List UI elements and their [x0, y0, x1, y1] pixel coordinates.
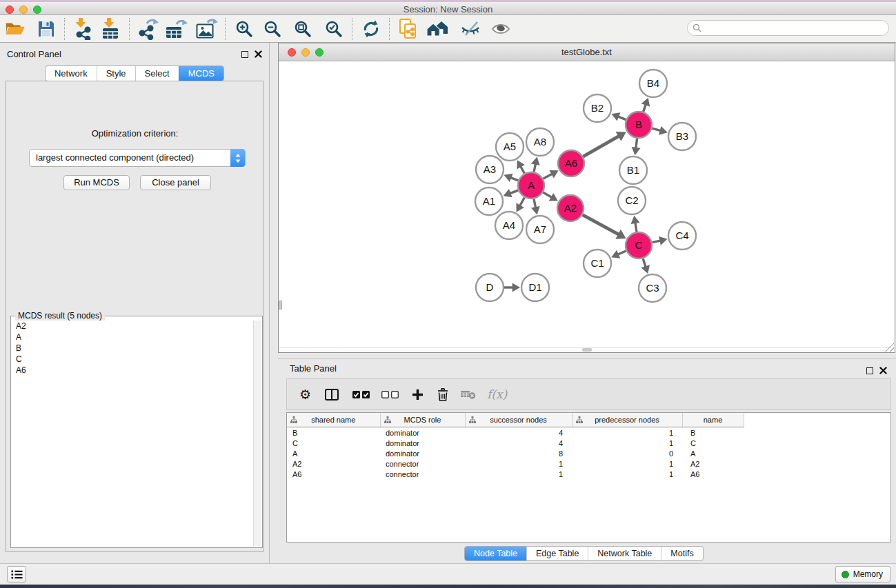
graph-edge-B-B3[interactable]: [652, 128, 661, 131]
graph-edge-A-A4[interactable]: [519, 198, 524, 207]
close-panel-icon[interactable]: [255, 50, 262, 58]
ndex-home-icon[interactable]: [425, 18, 452, 40]
tab-network[interactable]: Network: [46, 66, 97, 81]
close-panel-icon[interactable]: [879, 367, 887, 374]
table-cell[interactable]: connector: [380, 458, 465, 469]
mcds-result-item[interactable]: B: [12, 343, 253, 354]
table-cell[interactable]: 8: [465, 448, 572, 458]
table-cell[interactable]: 4: [465, 427, 572, 438]
tab-mcds[interactable]: MCDS: [179, 66, 223, 81]
graph-edge-A6-B[interactable]: [583, 136, 619, 156]
table-cell[interactable]: dominator: [380, 448, 465, 458]
table-row[interactable]: Bdominator41B: [287, 427, 891, 438]
table-cell[interactable]: A6: [682, 469, 744, 479]
tab-edge-table[interactable]: Edge Table: [526, 547, 588, 560]
export-network-icon[interactable]: [137, 18, 159, 40]
table-cell[interactable]: 4: [465, 438, 572, 448]
delete-column-icon[interactable]: [437, 388, 449, 401]
vertical-scrollbar[interactable]: [279, 301, 282, 310]
table-row[interactable]: A2connector11A2: [287, 458, 891, 469]
criterion-select[interactable]: largest connected component (directed): [29, 149, 246, 167]
apply-layout-icon[interactable]: [360, 18, 382, 40]
mcds-result-item[interactable]: A: [12, 332, 253, 343]
run-mcds-button[interactable]: Run MCDS: [63, 175, 130, 190]
graph-edge-A-A7[interactable]: [534, 199, 536, 209]
hide-graphics-details-icon[interactable]: [459, 18, 481, 40]
network-window-titlebar[interactable]: testGlobe.txt: [279, 43, 895, 61]
column-header-predecessor-nodes[interactable]: predecessor nodes: [572, 413, 682, 427]
table-cell[interactable]: 1: [572, 427, 682, 438]
import-network-icon[interactable]: [72, 18, 94, 40]
add-column-icon[interactable]: [412, 389, 424, 401]
column-header-name[interactable]: name: [682, 413, 744, 427]
horizontal-scrollbar[interactable]: [582, 348, 592, 352]
zoom-in-icon[interactable]: [233, 18, 255, 40]
table-cell[interactable]: dominator: [380, 438, 465, 448]
float-panel-icon[interactable]: [241, 51, 248, 58]
mcds-result-item[interactable]: A6: [12, 365, 253, 376]
memory-button[interactable]: Memory: [835, 566, 890, 582]
zoom-fit-icon[interactable]: [292, 18, 314, 40]
table-cell[interactable]: dominator: [380, 427, 465, 438]
open-in-ndex-icon[interactable]: [397, 18, 419, 40]
open-file-icon[interactable]: [4, 18, 26, 40]
tab-select[interactable]: Select: [135, 66, 179, 81]
table-cell[interactable]: C: [287, 438, 380, 448]
mcds-result-item[interactable]: A2: [12, 321, 253, 332]
table-cell[interactable]: A6: [287, 469, 380, 479]
table-cell[interactable]: 1: [572, 458, 682, 469]
table-cell[interactable]: A: [682, 448, 744, 458]
show-graphics-details-icon[interactable]: [490, 18, 512, 40]
graph-edge-A-A6[interactable]: [544, 174, 553, 179]
zoom-selected-icon[interactable]: [323, 18, 345, 40]
table-cell[interactable]: 0: [572, 448, 682, 458]
tab-network-table[interactable]: Network Table: [588, 547, 661, 560]
select-all-columns-icon[interactable]: [352, 391, 370, 398]
column-header-successor-nodes[interactable]: successor nodes: [465, 413, 572, 427]
column-header-MCDS-role[interactable]: MCDS role: [380, 413, 465, 427]
export-table-icon[interactable]: [166, 18, 188, 40]
table-cell[interactable]: A: [287, 448, 380, 458]
graph-edge-A2-C[interactable]: [583, 215, 619, 235]
settings-gear-icon[interactable]: ⚙: [299, 388, 311, 401]
export-image-icon[interactable]: [196, 18, 218, 40]
app-titlebar[interactable]: Session: New Session: [0, 0, 896, 15]
close-panel-button[interactable]: Close panel: [140, 175, 211, 190]
table-cell[interactable]: A2: [287, 458, 380, 469]
table-cell[interactable]: 1: [465, 469, 572, 479]
graph-edge-A-A2[interactable]: [543, 192, 552, 198]
table-cell[interactable]: B: [682, 427, 744, 438]
table-cell[interactable]: A2: [682, 458, 744, 469]
table-cell[interactable]: B: [287, 427, 380, 438]
table-row[interactable]: Adominator80A: [287, 448, 891, 458]
search-input[interactable]: [687, 20, 889, 36]
delete-table-icon[interactable]: [461, 389, 476, 400]
table-cell[interactable]: connector: [380, 469, 465, 479]
graph-edge-A-A1[interactable]: [509, 190, 518, 194]
table-row[interactable]: Cdominator41C: [287, 438, 891, 448]
float-panel-icon[interactable]: [866, 367, 873, 374]
table-cell[interactable]: 1: [465, 458, 572, 469]
import-table-icon[interactable]: [100, 18, 122, 40]
deselect-all-columns-icon[interactable]: [381, 391, 399, 398]
table-cell[interactable]: 1: [572, 469, 682, 479]
graph-edge-C-C3[interactable]: [643, 258, 646, 267]
zoom-out-icon[interactable]: [261, 18, 283, 40]
graph-edge-C-C2[interactable]: [635, 222, 637, 232]
tab-node-table[interactable]: Node Table: [465, 547, 526, 560]
mcds-result-scrollbar[interactable]: [253, 321, 261, 546]
tab-style[interactable]: Style: [97, 66, 135, 81]
table-cell[interactable]: 1: [572, 438, 682, 448]
mcds-result-item[interactable]: C: [12, 354, 253, 365]
split-table-icon[interactable]: [325, 389, 339, 401]
tab-motifs[interactable]: Motifs: [661, 547, 702, 560]
table-cell[interactable]: C: [682, 438, 744, 448]
table-row[interactable]: A6connector11A6: [287, 469, 891, 479]
graph-edge-C-C1[interactable]: [617, 251, 626, 255]
graph-edge-B-B1[interactable]: [636, 139, 637, 149]
column-header-shared-name[interactable]: shared name: [287, 413, 380, 427]
function-builder-icon[interactable]: f(x): [487, 387, 507, 401]
save-session-icon[interactable]: [35, 18, 57, 40]
select-stepper-icon[interactable]: [230, 149, 245, 167]
network-canvas[interactable]: B4B2BB3A5A8A6A3AB1A1C2A2A4A7C4CC1DD1C3: [279, 61, 895, 348]
